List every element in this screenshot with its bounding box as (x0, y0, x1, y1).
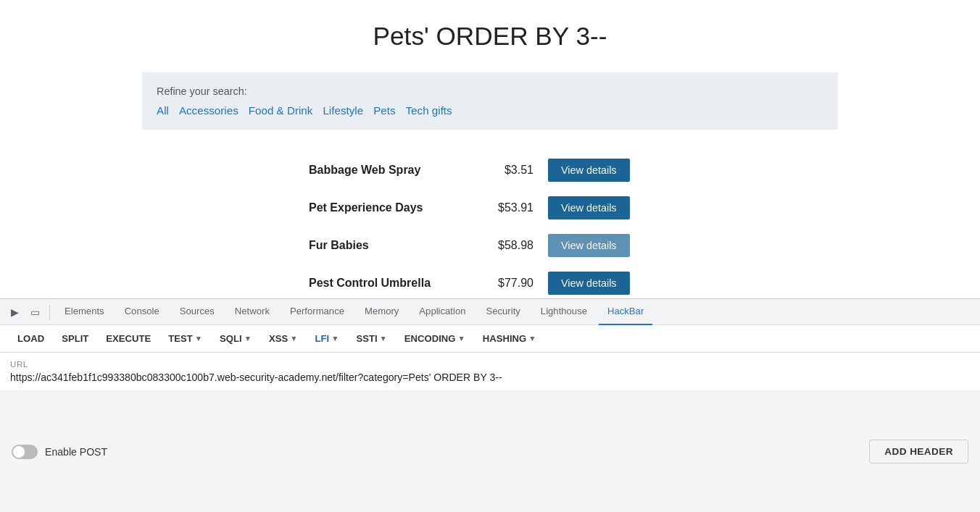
url-value[interactable]: https://ac341feb1f1c993380bc083300c100b7… (10, 372, 970, 383)
devtools-cursor-icon[interactable]: ▶ (6, 303, 23, 321)
product-name: Pet Experience Days (309, 201, 468, 214)
lfi-button[interactable]: LFI ▼ (307, 330, 346, 348)
load-button[interactable]: LOAD (10, 330, 51, 348)
table-row: Fur Babies $58.98 View details (309, 227, 671, 264)
filter-food-drink[interactable]: Food & Drink (249, 104, 313, 117)
tab-sources[interactable]: Sources (171, 299, 223, 325)
xss-button[interactable]: XSS ▼ (262, 330, 305, 348)
filter-pets[interactable]: Pets (373, 104, 395, 117)
view-details-button[interactable]: View details (548, 272, 630, 295)
encoding-button[interactable]: ENCODING ▼ (397, 330, 473, 348)
devtools-panel: ▶ ▭ Elements Console Sources Network Per… (0, 298, 980, 512)
encoding-arrow: ▼ (458, 335, 465, 343)
products-table: Babbage Web Spray $3.51 View details Pet… (309, 151, 671, 298)
filter-all[interactable]: All (157, 104, 169, 117)
sqli-arrow: ▼ (244, 335, 252, 343)
url-section: URL https://ac341feb1f1c993380bc083300c1… (0, 353, 980, 391)
tab-security[interactable]: Security (477, 299, 528, 325)
product-name: Fur Babies (309, 239, 468, 252)
table-row: Babbage Web Spray $3.51 View details (309, 151, 671, 189)
view-details-button[interactable]: View details (548, 196, 630, 219)
search-refine-label: Refine your search: (157, 85, 823, 97)
lfi-arrow: ▼ (331, 335, 339, 343)
filter-accessories[interactable]: Accessories (179, 104, 238, 117)
hackbar-toolbar: LOAD SPLIT EXECUTE TEST ▼ SQLI ▼ XSS ▼ L… (0, 325, 980, 353)
enable-post-toggle[interactable] (12, 445, 38, 459)
product-price: $3.51 (483, 164, 533, 177)
view-details-button[interactable]: View details (548, 234, 630, 257)
enable-post-label: Enable POST (45, 446, 107, 458)
product-name: Babbage Web Spray (309, 164, 468, 177)
hashing-button[interactable]: HASHING ▼ (476, 330, 544, 348)
hashing-arrow: ▼ (528, 335, 536, 343)
tab-network[interactable]: Network (226, 299, 278, 325)
filter-lifestyle[interactable]: Lifestyle (323, 104, 363, 117)
tab-lighthouse[interactable]: Lighthouse (532, 299, 596, 325)
table-row: Pest Control Umbrella $77.90 View detail… (309, 264, 671, 298)
tab-console[interactable]: Console (116, 299, 168, 325)
tab-memory[interactable]: Memory (356, 299, 407, 325)
split-button[interactable]: SPLIT (54, 330, 96, 348)
tab-performance[interactable]: Performance (281, 299, 353, 325)
test-button[interactable]: TEST ▼ (161, 330, 209, 348)
add-header-button[interactable]: ADD HEADER (869, 440, 968, 463)
devtools-divider (49, 305, 50, 319)
execute-button[interactable]: EXECUTE (99, 330, 158, 348)
search-refine-box: Refine your search: All Accessories Food… (142, 72, 838, 130)
main-content: Pets' ORDER BY 3-- Refine your search: A… (0, 0, 980, 298)
page-title: Pets' ORDER BY 3-- (373, 22, 607, 51)
filter-tech-gifts[interactable]: Tech gifts (406, 104, 452, 117)
tab-application[interactable]: Application (410, 299, 474, 325)
test-arrow: ▼ (195, 335, 202, 343)
devtools-responsive-icon[interactable]: ▭ (26, 303, 43, 321)
xss-arrow: ▼ (290, 335, 297, 343)
devtools-topbar: ▶ ▭ Elements Console Sources Network Per… (0, 299, 980, 325)
search-refine-links: All Accessories Food & Drink Lifestyle P… (157, 104, 823, 117)
table-row: Pet Experience Days $53.91 View details (309, 189, 671, 227)
product-price: $58.98 (483, 239, 533, 252)
tab-elements[interactable]: Elements (56, 299, 113, 325)
ssti-arrow: ▼ (380, 335, 387, 343)
product-name: Pest Control Umbrella (309, 277, 468, 290)
ssti-button[interactable]: SSTI ▼ (349, 330, 394, 348)
tab-hackbar[interactable]: HackBar (599, 299, 652, 325)
hackbar-bottom: Enable POST ADD HEADER (0, 391, 980, 512)
view-details-button[interactable]: View details (548, 159, 630, 182)
product-price: $53.91 (483, 201, 533, 214)
product-price: $77.90 (483, 277, 533, 290)
sqli-button[interactable]: SQLI ▼ (212, 330, 259, 348)
url-label: URL (10, 360, 970, 369)
enable-post-container: Enable POST (12, 445, 107, 459)
